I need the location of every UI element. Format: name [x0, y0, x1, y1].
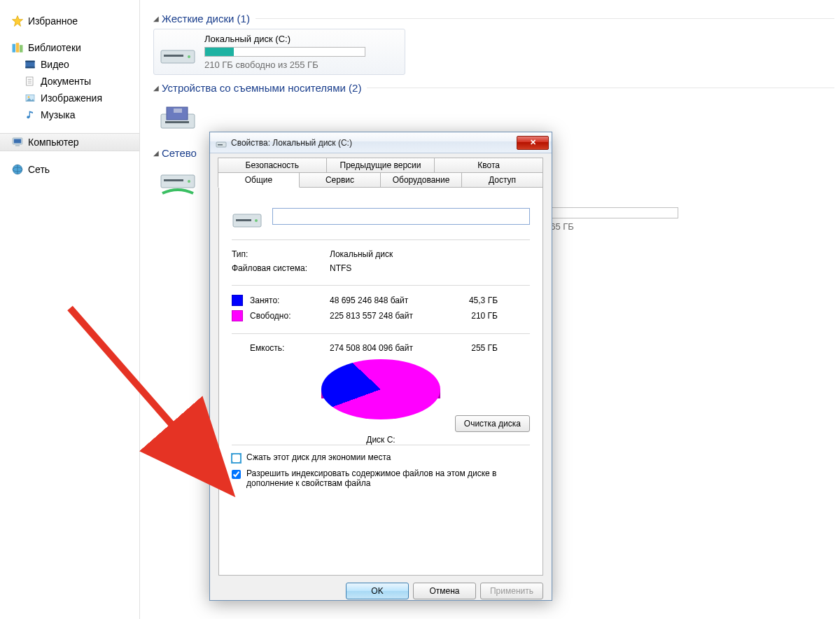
disk-cleanup-button[interactable]: Очистка диска: [455, 415, 530, 432]
properties-dialog: Свойства: Локальный диск (C:) ✕ Безопасн…: [209, 132, 552, 601]
volume-label-input[interactable]: [272, 208, 530, 225]
tab-general[interactable]: Общие: [218, 172, 300, 188]
capacity-gb: 255 ГБ: [456, 343, 498, 353]
network-drive-item[interactable]: [153, 163, 209, 201]
tab-hardware[interactable]: Оборудование: [380, 172, 462, 188]
nav-documents-label: Документы: [41, 76, 91, 87]
compress-checkbox-row: Сжать этот диск для экономии места: [232, 452, 530, 463]
svg-rect-3: [20, 45, 23, 53]
tab-previous-versions[interactable]: Предыдущие версии: [326, 158, 435, 173]
drive-c-subtitle: 210 ГБ свободно из 255 ГБ: [204, 60, 399, 70]
svg-rect-26: [174, 109, 182, 113]
used-gb: 45,3 ГБ: [456, 295, 498, 305]
svg-rect-34: [236, 219, 251, 221]
collapse-icon: ◢: [153, 84, 159, 92]
tab-general-panel: Тип: Локальный диск Файловая система: NT…: [218, 188, 543, 576]
type-label: Тип:: [232, 249, 330, 259]
floppy-icon: [160, 103, 196, 131]
used-bytes: 48 695 246 848 байт: [330, 295, 456, 305]
libraries-icon: [11, 41, 24, 54]
tab-strip: Безопасность Предыдущие версии Квота Общ…: [210, 153, 552, 188]
free-swatch-icon: [232, 310, 243, 321]
documents-icon: [24, 75, 36, 88]
hdd-icon: [160, 38, 196, 66]
svg-marker-0: [13, 16, 23, 27]
collapse-icon: ◢: [153, 149, 159, 157]
disk-usage-pie-chart: [321, 359, 440, 429]
navigation-tree: Избранное Библиотеки Видео Документы Изо…: [0, 0, 140, 619]
network-icon: [11, 163, 24, 176]
free-label: Свободно:: [250, 311, 330, 321]
svg-point-35: [255, 219, 258, 222]
compress-label[interactable]: Сжать этот диск для экономии места: [246, 452, 391, 462]
nav-images-label: Изображения: [41, 92, 102, 104]
tab-service[interactable]: Сервис: [299, 172, 381, 188]
nav-computer[interactable]: Компьютер: [0, 133, 139, 151]
close-button[interactable]: ✕: [517, 136, 549, 150]
video-icon: [24, 58, 36, 71]
section-hdd[interactable]: ◢ Жесткие диски (1): [153, 13, 834, 25]
compress-checkbox[interactable]: [232, 454, 241, 463]
section-network-label: Сетево: [162, 147, 197, 159]
floppy-drive-item[interactable]: [153, 98, 209, 136]
capacity-bytes: 274 508 804 096 байт: [330, 343, 456, 353]
drive-c-title: Локальный диск (C:): [204, 34, 399, 44]
svg-point-30: [188, 180, 190, 183]
filesystem-value: NTFS: [330, 263, 530, 273]
images-icon: [24, 92, 36, 104]
used-swatch-icon: [232, 295, 243, 306]
close-icon: ✕: [530, 138, 536, 147]
pie-label: Диск C:: [366, 435, 395, 445]
section-network-loc[interactable]: ◢ Сетево: [153, 147, 209, 159]
svg-rect-5: [25, 61, 34, 62]
collapse-icon: ◢: [153, 15, 159, 22]
svg-rect-27: [165, 121, 189, 123]
nav-favorites[interactable]: Избранное: [0, 13, 139, 29]
partial-size-text: 465 ГБ: [545, 221, 678, 232]
tab-quota[interactable]: Квота: [434, 158, 543, 173]
dialog-titlebar[interactable]: Свойства: Локальный диск (C:) ✕: [210, 132, 552, 153]
free-bytes: 225 813 557 248 байт: [330, 311, 456, 321]
drive-c-item[interactable]: Локальный диск (C:) 210 ГБ свободно из 2…: [153, 29, 405, 75]
svg-rect-16: [14, 139, 22, 144]
svg-rect-22: [164, 55, 183, 57]
svg-rect-32: [218, 144, 223, 146]
svg-rect-14: [29, 111, 30, 118]
tab-access[interactable]: Доступ: [461, 172, 543, 188]
network-drive-icon: [160, 168, 196, 196]
type-value: Локальный диск: [330, 249, 530, 259]
svg-point-23: [188, 55, 190, 58]
svg-rect-6: [25, 67, 34, 68]
svg-point-12: [28, 96, 30, 98]
nav-network[interactable]: Сеть: [0, 161, 139, 178]
index-label[interactable]: Разрешить индексировать содержимое файло…: [246, 468, 512, 488]
nav-music[interactable]: Музыка: [0, 106, 139, 123]
nav-libraries[interactable]: Библиотеки: [0, 39, 139, 56]
cancel-button[interactable]: Отмена: [413, 583, 476, 599]
nav-favorites-label: Избранное: [28, 15, 78, 27]
filesystem-label: Файловая система:: [232, 263, 330, 273]
svg-rect-1: [13, 44, 16, 53]
nav-video-label: Видео: [41, 59, 69, 70]
section-hdd-label: Жесткие диски (1): [162, 13, 250, 25]
nav-documents[interactable]: Документы: [0, 73, 139, 90]
section-removable[interactable]: ◢ Устройства со съемными носителями (2): [153, 82, 834, 94]
music-icon: [24, 109, 36, 121]
tab-security[interactable]: Безопасность: [218, 158, 327, 173]
apply-button[interactable]: Применить: [480, 583, 543, 599]
partial-usage-bar: [545, 207, 678, 218]
nav-computer-label: Компьютер: [28, 137, 78, 148]
nav-libraries-label: Библиотеки: [28, 42, 81, 53]
dialog-title-text: Свойства: Локальный диск (C:): [231, 138, 352, 148]
svg-rect-29: [164, 179, 183, 181]
nav-images[interactable]: Изображения: [0, 90, 139, 106]
hdd-icon: [216, 137, 227, 148]
nav-video[interactable]: Видео: [0, 56, 139, 73]
nav-music-label: Музыка: [41, 109, 76, 120]
section-removable-label: Устройства со съемными носителями (2): [162, 82, 361, 94]
hdd-icon: [232, 203, 262, 230]
index-checkbox[interactable]: [232, 470, 241, 479]
nav-network-label: Сеть: [28, 164, 50, 175]
computer-icon: [11, 136, 24, 148]
ok-button[interactable]: OK: [346, 583, 409, 599]
